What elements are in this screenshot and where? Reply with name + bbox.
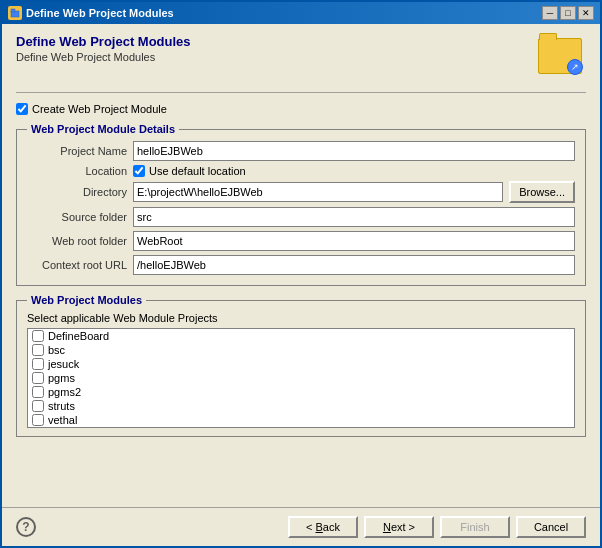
modules-list[interactable]: DefineBoard bsc jesuck pgms — [27, 328, 575, 428]
help-button[interactable]: ? — [16, 517, 36, 537]
item-label-vethal: vethal — [48, 414, 77, 426]
project-name-input[interactable] — [133, 141, 575, 161]
header-separator — [16, 92, 586, 93]
item-checkbox-struts[interactable] — [32, 400, 44, 412]
create-module-row: Create Web Project Module — [16, 103, 586, 115]
minimize-button[interactable]: ─ — [542, 6, 558, 20]
footer-buttons: < Back Next > Finish Cancel — [288, 516, 586, 538]
footer-left: ? — [16, 517, 36, 537]
title-bar-label: Define Web Project Modules — [26, 7, 174, 19]
details-fieldset: Web Project Module Details Project Name … — [16, 123, 586, 286]
directory-row: Browse... — [133, 181, 575, 203]
dialog-window: Define Web Project Modules ─ □ ✕ Define … — [0, 0, 602, 548]
maximize-button[interactable]: □ — [560, 6, 576, 20]
dialog-body: Define Web Project Modules Define Web Pr… — [2, 24, 600, 507]
project-name-label: Project Name — [27, 145, 127, 157]
cancel-button[interactable]: Cancel — [516, 516, 586, 538]
finish-label: Finish — [460, 521, 489, 533]
list-item[interactable]: pgms2 — [28, 385, 574, 399]
back-label: < Back — [306, 521, 340, 533]
list-item[interactable]: pgms — [28, 371, 574, 385]
modules-select-label: Select applicable Web Module Projects — [27, 312, 575, 324]
cancel-label: Cancel — [534, 521, 568, 533]
item-label-struts: struts — [48, 400, 75, 412]
context-url-input[interactable] — [133, 255, 575, 275]
modules-legend: Web Project Modules — [27, 294, 146, 306]
item-checkbox-jesuck[interactable] — [32, 358, 44, 370]
svg-rect-1 — [11, 9, 15, 12]
web-root-label: Web root folder — [27, 235, 127, 247]
title-bar-buttons: ─ □ ✕ — [542, 6, 594, 20]
back-button[interactable]: < Back — [288, 516, 358, 538]
modules-fieldset: Web Project Modules Select applicable We… — [16, 294, 586, 437]
next-button[interactable]: Next > — [364, 516, 434, 538]
location-label: Location — [27, 165, 127, 177]
item-checkbox-vethal[interactable] — [32, 414, 44, 426]
item-checkbox-defineboard[interactable] — [32, 330, 44, 342]
context-url-label: Context root URL — [27, 259, 127, 271]
create-module-label[interactable]: Create Web Project Module — [32, 103, 167, 115]
create-module-checkbox[interactable] — [16, 103, 28, 115]
finish-button[interactable]: Finish — [440, 516, 510, 538]
header-icon: ↗ — [538, 34, 586, 82]
item-label-pgms: pgms — [48, 372, 75, 384]
close-button[interactable]: ✕ — [578, 6, 594, 20]
browse-button[interactable]: Browse... — [509, 181, 575, 203]
next-label: Next > — [383, 521, 415, 533]
location-row: Use default location — [133, 165, 575, 177]
item-label-jesuck: jesuck — [48, 358, 79, 370]
item-checkbox-bsc[interactable] — [32, 344, 44, 356]
dialog-icon — [8, 6, 22, 20]
dialog-title: Define Web Project Modules — [16, 34, 191, 49]
item-checkbox-pgms[interactable] — [32, 372, 44, 384]
modules-list-container: DefineBoard bsc jesuck pgms — [27, 328, 575, 428]
list-item[interactable]: jesuck — [28, 357, 574, 371]
item-label-bsc: bsc — [48, 344, 65, 356]
list-item[interactable]: DefineBoard — [28, 329, 574, 343]
use-default-label[interactable]: Use default location — [149, 165, 246, 177]
details-form: Project Name Location Use default locati… — [27, 141, 575, 275]
web-root-input[interactable] — [133, 231, 575, 251]
dialog-footer: ? < Back Next > Finish Cancel — [2, 507, 600, 546]
title-bar-left: Define Web Project Modules — [8, 6, 174, 20]
source-folder-label: Source folder — [27, 211, 127, 223]
source-folder-input[interactable] — [133, 207, 575, 227]
details-legend: Web Project Module Details — [27, 123, 179, 135]
header-section: Define Web Project Modules Define Web Pr… — [16, 34, 586, 82]
list-item[interactable]: struts — [28, 399, 574, 413]
list-item[interactable]: bsc — [28, 343, 574, 357]
item-label-pgms2: pgms2 — [48, 386, 81, 398]
header-text: Define Web Project Modules Define Web Pr… — [16, 34, 191, 63]
item-label-defineboard: DefineBoard — [48, 330, 109, 342]
folder-icon: ↗ — [538, 38, 582, 74]
directory-input[interactable] — [133, 182, 503, 202]
dialog-subtitle: Define Web Project Modules — [16, 51, 191, 63]
item-checkbox-pgms2[interactable] — [32, 386, 44, 398]
folder-arrow-icon: ↗ — [567, 59, 583, 75]
directory-label: Directory — [27, 186, 127, 198]
use-default-checkbox[interactable] — [133, 165, 145, 177]
title-bar: Define Web Project Modules ─ □ ✕ — [2, 2, 600, 24]
list-item[interactable]: vethal — [28, 413, 574, 427]
